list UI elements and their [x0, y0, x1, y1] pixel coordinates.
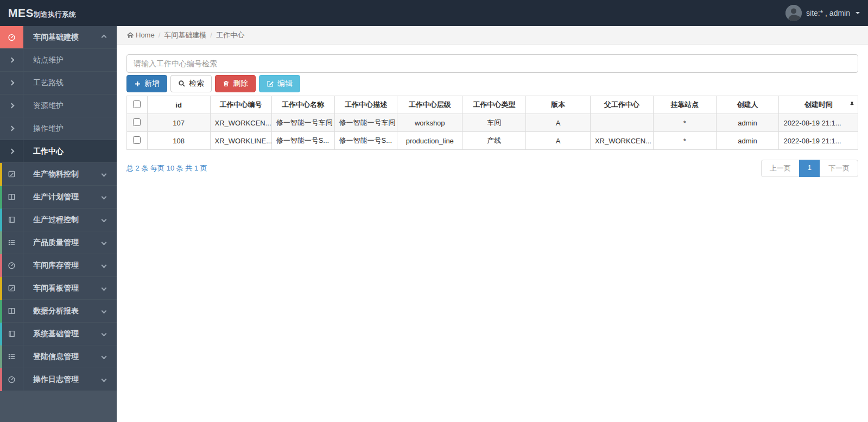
sidebar-item-login-info-management[interactable]: 登陆信息管理 [0, 345, 117, 368]
sidebar-item-process-route[interactable]: 工艺路线 [0, 72, 117, 95]
chevron-down-icon [102, 286, 107, 291]
select-all-cell [127, 96, 148, 114]
sidebar-item-work-center[interactable]: 工作中心 [0, 140, 117, 163]
sidebar-item-system-management[interactable]: 系统基础管理 [0, 323, 117, 345]
column-header[interactable]: 创建人 [716, 96, 779, 114]
chevron-down-icon [102, 263, 107, 268]
table-cell: admin [716, 132, 779, 150]
table-cell: A [526, 132, 591, 150]
column-header[interactable]: 工作中心类型 [462, 96, 526, 114]
column-header[interactable]: id [147, 96, 210, 114]
sidebar-item-material-control[interactable]: 生产物料控制 [0, 163, 117, 186]
list-icon [8, 352, 16, 361]
top-navbar: MES制造执行系统 site:* , admin [0, 0, 868, 26]
gauge-icon [8, 375, 16, 383]
sidebar-item-label: 工艺路线 [33, 78, 64, 88]
gauge-icon [8, 33, 16, 41]
column-header[interactable]: 版本 [526, 96, 591, 114]
prev-page-button[interactable]: 上一页 [761, 160, 800, 177]
search-input[interactable] [126, 54, 858, 73]
breadcrumb-current: 工作中心 [216, 30, 244, 40]
sidebar-item-label: 资源维护 [33, 101, 64, 111]
category-color-strip [0, 368, 2, 391]
table-cell: 修一智能一号S... [271, 132, 334, 150]
column-header[interactable]: 工作中心描述 [334, 96, 397, 114]
chevron-down-icon [102, 331, 107, 337]
user-label: site:* , admin [806, 9, 850, 17]
brand-subtitle: 制造执行系统 [34, 10, 76, 20]
column-header[interactable]: 创建时间 [779, 96, 858, 114]
page-1-button[interactable]: 1 [799, 160, 820, 177]
pagination: 上一页 1 下一页 [761, 160, 858, 177]
edit-button[interactable]: 编辑 [259, 75, 300, 92]
column-header[interactable]: 挂靠站点 [653, 96, 716, 114]
next-page-button[interactable]: 下一页 [820, 160, 858, 177]
chevron-down-icon [102, 172, 107, 177]
category-color-strip [0, 231, 2, 254]
category-color-strip [0, 323, 2, 345]
select-all-checkbox[interactable] [133, 100, 141, 108]
category-color-strip [0, 186, 2, 209]
sidebar-item-label: 生产物料控制 [33, 169, 79, 179]
chevron-right-icon [9, 58, 14, 63]
trash-icon [223, 80, 230, 87]
row-checkbox[interactable] [133, 118, 141, 126]
table-cell: 车间 [462, 114, 526, 132]
sidebar-item-plan-management[interactable]: 生产计划管理 [0, 186, 117, 209]
breadcrumb-home-label: Home [136, 31, 155, 39]
column-header[interactable]: 工作中心层级 [397, 96, 462, 114]
sidebar-item-operation-maintenance[interactable]: 操作维护 [0, 117, 117, 140]
book-icon [8, 216, 16, 224]
row-select-cell [127, 114, 148, 132]
columns-icon [8, 193, 16, 201]
plus-icon [134, 80, 141, 87]
sidebar-item-resource-maintenance[interactable]: 资源维护 [0, 95, 117, 117]
sidebar-item-label: 生产计划管理 [33, 192, 79, 202]
sidebar-item-process-control[interactable]: 生产过程控制 [0, 209, 117, 231]
column-header[interactable]: 工作中心编号 [210, 96, 271, 114]
table-cell: 108 [147, 132, 210, 150]
table-cell: 产线 [462, 132, 526, 150]
table-row: 108XR_WORKLINE...修一智能一号S...修一智能一号S...pro… [127, 132, 858, 150]
sidebar-item-station-maintenance[interactable]: 站点维护 [0, 49, 117, 72]
sidebar-item-inventory-management[interactable]: 车间库存管理 [0, 254, 117, 277]
caret-down-icon [856, 12, 860, 14]
chevron-down-icon [102, 240, 107, 245]
chevron-right-icon [9, 149, 14, 154]
sidebar-group-workshop-modeling[interactable]: 车间基础建模 [0, 26, 117, 49]
sidebar-item-data-analysis-report[interactable]: 数据分析报表 [0, 300, 117, 323]
column-header[interactable]: 工作中心名称 [271, 96, 334, 114]
search-button[interactable]: 检索 [170, 75, 212, 92]
column-header[interactable]: 父工作中心 [590, 96, 653, 114]
table-cell: * [653, 132, 716, 150]
table-cell: 修一智能一号S... [334, 132, 397, 150]
table-row: 107XR_WORKCEN...修一智能一号车间修一智能一号车间workshop… [127, 114, 858, 132]
pin-icon[interactable] [849, 101, 855, 109]
user-menu[interactable]: site:* , admin [785, 5, 860, 21]
add-button[interactable]: 新增 [126, 75, 167, 92]
table-cell: 2022-08-19 21:1... [779, 114, 858, 132]
sidebar-item-operation-log[interactable]: 操作日志管理 [0, 368, 117, 391]
sidebar-item-label: 站点维护 [33, 55, 64, 65]
category-color-strip [0, 300, 2, 323]
book-icon [8, 330, 16, 338]
delete-button[interactable]: 删除 [215, 75, 256, 92]
table-cell: 修一智能一号车间 [334, 114, 397, 132]
breadcrumb-home-link[interactable]: Home [126, 31, 155, 39]
table-cell: production_line [397, 132, 462, 150]
chevron-right-icon [9, 103, 14, 109]
row-checkbox[interactable] [133, 136, 141, 144]
sidebar-item-label: 系统基础管理 [33, 329, 79, 339]
pencil-square-icon [8, 170, 16, 178]
pencil-square-icon [8, 284, 16, 292]
breadcrumb-item-parent[interactable]: 车间基础建模 [164, 30, 206, 40]
table-cell: workshop [397, 114, 462, 132]
table-footer: 总 2 条 每页 10 条 共 1 页 上一页 1 下一页 [126, 160, 858, 177]
breadcrumb-separator: / [210, 31, 212, 39]
sidebar-item-quality-management[interactable]: 产品质量管理 [0, 231, 117, 254]
sidebar: 车间基础建模 站点维护 工艺路线 资源维护 操作维护 工作中心 [0, 26, 117, 422]
sidebar-item-kanban-management[interactable]: 车间看板管理 [0, 277, 117, 300]
brand-logo[interactable]: MES制造执行系统 [8, 7, 76, 20]
search-icon [178, 80, 186, 87]
sidebar-footer-area [0, 391, 117, 422]
